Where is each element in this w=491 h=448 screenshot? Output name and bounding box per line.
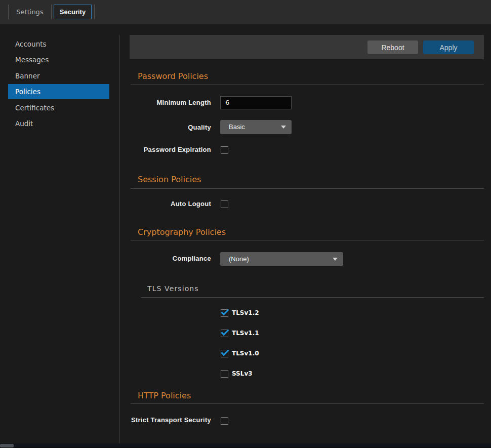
sidebar-item-certificates[interactable]: Certificates (0, 100, 119, 116)
password-expiration-checkbox[interactable] (221, 146, 228, 154)
content: Reboot Apply Password Policies Minimum L… (120, 24, 491, 443)
row-sslv3: SSLv3 (120, 370, 491, 378)
check-icon (221, 307, 229, 315)
topbar: Settings Security (0, 0, 491, 24)
subsection-title-tls-versions: TLS Versions (147, 284, 350, 293)
toolbar: Reboot Apply (130, 35, 484, 59)
tlsv1-0-checkbox[interactable] (221, 350, 228, 357)
password-expiration-label: Password Expiration (120, 146, 211, 154)
section-title-http-policies: HTTP Policies (138, 391, 391, 400)
sslv3-checkbox[interactable] (221, 370, 228, 378)
row-password-expiration: Password Expiration (120, 146, 491, 154)
compliance-dropdown[interactable]: (None) (220, 252, 343, 266)
sidebar-item-policies[interactable]: Policies (8, 84, 109, 99)
chevron-down-icon (333, 258, 338, 261)
tlsv1-2-checkbox[interactable] (221, 309, 228, 317)
tlsv1-2-label: TLSv1.2 (232, 309, 259, 317)
strict-transport-security-checkbox[interactable] (221, 417, 228, 425)
quality-label: Quality (120, 124, 211, 132)
row-tlsv1-0: TLSv1.0 (120, 350, 491, 358)
reboot-button[interactable]: Reboot (367, 40, 418, 54)
main-surface: Accounts Messages Banner Policies Certif… (0, 24, 491, 443)
row-tlsv1-2: TLSv1.2 (120, 309, 491, 317)
row-quality: Quality Basic (120, 120, 491, 134)
section-title-session-policies: Session Policies (138, 175, 391, 184)
section-divider (131, 85, 484, 85)
section-divider (131, 403, 484, 404)
sidebar-item-banner[interactable]: Banner (0, 68, 119, 85)
subsection-divider (141, 297, 484, 298)
section-divider (131, 240, 484, 240)
tab-separator (51, 5, 52, 19)
strict-transport-security-label: Strict Transport Security (120, 416, 211, 424)
tab-security[interactable]: Security (54, 5, 92, 19)
row-strict-transport-security: Strict Transport Security (120, 417, 491, 425)
auto-logout-checkbox[interactable] (221, 200, 228, 208)
section-divider (131, 188, 484, 189)
sidebar-item-audit[interactable]: Audit (0, 116, 119, 132)
row-minimum-length: Minimum Length (120, 96, 491, 109)
quality-dropdown[interactable]: Basic (220, 120, 292, 134)
tlsv1-0-label: TLSv1.0 (232, 349, 259, 357)
section-title-cryptography-policies: Cryptography Policies (138, 228, 391, 237)
compliance-dropdown-value: (None) (229, 252, 249, 266)
horizontal-scrollbar-thumb[interactable] (0, 444, 14, 447)
chevron-down-icon (281, 126, 286, 129)
tlsv1-1-checkbox[interactable] (221, 330, 228, 337)
compliance-label: Compliance (120, 255, 211, 263)
minimum-length-label: Minimum Length (120, 99, 211, 107)
tab-settings[interactable]: Settings (9, 5, 51, 19)
row-compliance: Compliance (None) (120, 252, 491, 266)
apply-button[interactable]: Apply (423, 40, 474, 54)
minimum-length-input[interactable] (220, 96, 292, 109)
quality-dropdown-value: Basic (229, 120, 245, 134)
row-tlsv1-1: TLSv1.1 (120, 330, 491, 338)
check-icon (221, 328, 229, 336)
tlsv1-1-label: TLSv1.1 (232, 329, 259, 337)
check-icon (221, 348, 229, 356)
auto-logout-label: Auto Logout (120, 200, 211, 208)
horizontal-scrollbar[interactable] (0, 443, 491, 447)
section-title-password-policies: Password Policies (138, 72, 391, 81)
sidebar-item-messages[interactable]: Messages (0, 52, 119, 68)
tab-separator (94, 5, 95, 19)
row-auto-logout: Auto Logout (120, 200, 491, 208)
sidebar-item-accounts[interactable]: Accounts (0, 36, 119, 53)
sslv3-label: SSLv3 (232, 370, 253, 378)
